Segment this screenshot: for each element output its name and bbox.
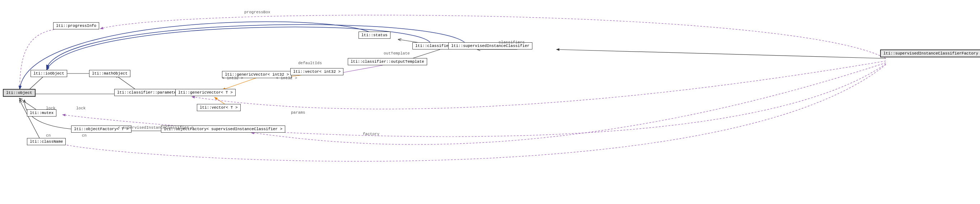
node-lti-mutex[interactable]: lti::mutex	[27, 109, 56, 117]
node-lti-genericVector-T[interactable]: lti::genericVector< T >	[175, 89, 235, 96]
label-lock-2: lock	[76, 106, 86, 111]
diagram-container: lti::object lti::mutex lti::className lt…	[0, 0, 980, 204]
label-progressBox: progressBox	[244, 10, 270, 14]
label-classifiers: classifiers	[499, 40, 525, 44]
label-int32-2: < int32 >	[276, 76, 297, 80]
node-lti-classifier[interactable]: lti::classifier	[412, 42, 454, 49]
label-cn-1: cn	[46, 133, 51, 138]
node-lti-ioObject[interactable]: lti::ioObject	[30, 70, 67, 77]
node-lti-vector-int32[interactable]: lti::vector< int32 >	[290, 68, 344, 75]
node-lti-className[interactable]: lti::className	[27, 138, 66, 145]
label-sic-template: < supervisedInstanceClassifier >	[118, 125, 194, 130]
node-lti-mathObject[interactable]: lti::mathObject	[89, 70, 130, 77]
node-lti-object-main[interactable]: lti::object	[3, 89, 35, 97]
label-int32-1: < int32 >	[222, 76, 243, 80]
node-lti-progressInfo[interactable]: lti::progressInfo	[53, 22, 99, 29]
label-outTemplate: outTemplate	[383, 51, 410, 55]
label-params: params	[291, 111, 305, 115]
label-cn-2: cn	[82, 133, 87, 138]
node-lti-status[interactable]: lti::status	[358, 32, 390, 39]
label-defaultIds: defaultIds	[298, 61, 322, 65]
node-lti-vector-T[interactable]: lti::vector< T >	[197, 104, 241, 111]
node-lti-supervisedInstanceClassifierFactory[interactable]: lti::supervisedInstanceClassifierFactory	[880, 49, 980, 57]
node-lti-classifier-outputTemplate[interactable]: lti::classifier::outputTemplate	[348, 58, 427, 65]
label-factory: factory	[363, 132, 379, 136]
label-lock-1: lock	[46, 106, 55, 111]
node-lti-classifier-parameters[interactable]: lti::classifier::parameters	[114, 89, 184, 96]
diagram-svg	[0, 0, 980, 204]
